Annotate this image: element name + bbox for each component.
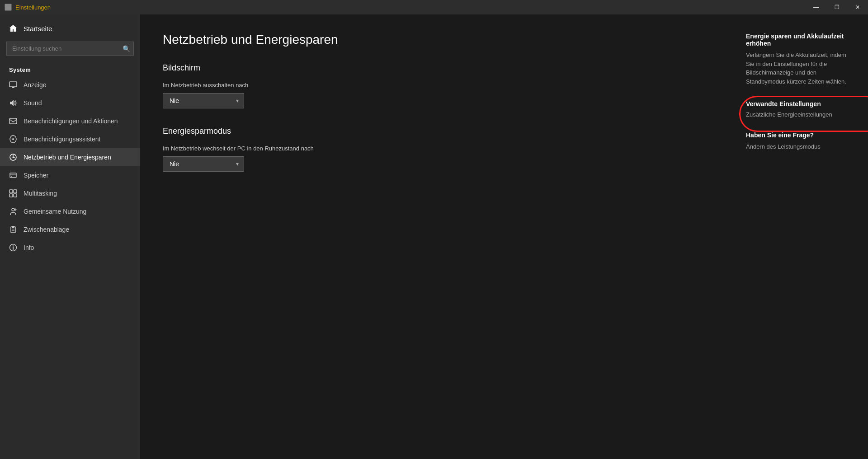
speicher-label: Speicher	[24, 172, 48, 179]
benachrichtigungen-label: Benachrichtigungen und Aktionen	[24, 117, 118, 125]
bildschirm-dropdown-wrapper: Nie 1 Minute 2 Minuten 5 Minuten 10 Minu…	[163, 93, 244, 108]
verwandte-section: Verwandte Einstellungen Zusätzliche Ener…	[746, 100, 854, 118]
energiesparmodus-dropdown-wrapper: Nie 1 Minute 2 Minuten 5 Minuten 10 Minu…	[163, 156, 244, 172]
energiesparmodus-title: Energiesparmodus	[163, 126, 710, 136]
svg-rect-0	[5, 4, 8, 7]
bildschirm-dropdown[interactable]: Nie 1 Minute 2 Minuten 5 Minuten 10 Minu…	[163, 93, 244, 108]
svg-rect-5	[12, 87, 14, 88]
netzbetrieb-icon	[9, 153, 17, 161]
info-icon	[9, 244, 17, 252]
svg-point-8	[12, 138, 14, 140]
sidebar-item-multitasking[interactable]: Multitasking	[0, 184, 140, 202]
sidebar-item-info[interactable]: Info	[0, 239, 140, 257]
sound-label: Sound	[24, 99, 42, 107]
benachrichtigungen-icon	[9, 117, 17, 125]
restore-button[interactable]: ❐	[826, 0, 847, 14]
energiesparmodus-dropdown[interactable]: Nie 1 Minute 2 Minuten 5 Minuten 10 Minu…	[163, 156, 244, 172]
energiesparmodus-section: Energiesparmodus Im Netzbetrieb wechselt…	[163, 126, 710, 172]
page-title: Netzbetrieb und Energiesparen	[163, 33, 710, 47]
energie-section: Energie sparen und Akkulaufzeit erhöhen …	[746, 33, 854, 86]
netzbetrieb-label: Netzbetrieb und Energiesparen	[24, 154, 111, 161]
svg-point-13	[11, 176, 12, 177]
svg-rect-3	[8, 7, 11, 10]
svg-point-26	[13, 245, 14, 246]
sidebar-item-benachrichtigungen[interactable]: Benachrichtigungen und Aktionen	[0, 112, 140, 130]
energie-title: Energie sparen und Akkulaufzeit erhöhen	[746, 33, 854, 47]
bildschirm-label: Im Netzbetrieb ausschalten nach	[163, 82, 710, 89]
benachrichtigungsassistent-label: Benachrichtigungsassistent	[24, 136, 100, 143]
frage-title: Haben Sie eine Frage?	[746, 131, 854, 139]
benachrichtigungsassistent-icon	[9, 135, 17, 143]
svg-rect-17	[14, 194, 17, 197]
zwischenablage-label: Zwischenablage	[24, 226, 69, 233]
titlebar-controls: — ❐ ✕	[806, 0, 868, 14]
gemeinsame-icon	[9, 207, 17, 215]
energie-body: Verlängern Sie die Akkulaufzeit, indem S…	[746, 51, 854, 86]
bildschirm-section: Bildschirm Im Netzbetrieb ausschalten na…	[163, 63, 710, 108]
energiesparmodus-label: Im Netzbetrieb wechselt der PC in den Ru…	[163, 145, 710, 152]
svg-rect-7	[9, 118, 17, 124]
bildschirm-title: Bildschirm	[163, 63, 710, 73]
sidebar-item-speicher[interactable]: Speicher	[0, 166, 140, 184]
svg-rect-4	[9, 82, 17, 87]
right-panel: Energie sparen und Akkulaufzeit erhöhen …	[732, 14, 868, 459]
anzeige-icon	[9, 81, 17, 89]
multitasking-icon	[9, 189, 17, 197]
svg-rect-14	[9, 190, 13, 193]
gemeinsame-label: Gemeinsame Nutzung	[24, 208, 86, 215]
zwischenablage-icon	[9, 225, 17, 234]
info-label: Info	[24, 244, 34, 251]
search-icon[interactable]: 🔍	[123, 45, 130, 52]
anzeige-label: Anzeige	[24, 81, 47, 89]
sidebar-item-startseite[interactable]: Startseite	[0, 19, 140, 38]
minimize-button[interactable]: —	[806, 0, 826, 14]
sidebar: Startseite 🔍 System Anzeige	[0, 14, 140, 459]
sidebar-item-netzbetrieb[interactable]: Netzbetrieb und Energiesparen	[0, 148, 140, 166]
close-button[interactable]: ✕	[847, 0, 868, 14]
sidebar-item-benachrichtigungsassistent[interactable]: Benachrichtigungsassistent	[0, 130, 140, 148]
svg-rect-21	[12, 226, 14, 228]
titlebar: Einstellungen — ❐ ✕	[0, 0, 868, 14]
titlebar-left: Einstellungen	[0, 4, 51, 11]
svg-point-10	[13, 157, 14, 158]
home-icon	[9, 24, 17, 33]
svg-point-18	[12, 208, 14, 211]
verwandte-title: Verwandte Einstellungen	[746, 100, 854, 108]
frage-section: Haben Sie eine Frage? Ändern des Leistun…	[746, 131, 854, 150]
svg-rect-15	[14, 190, 17, 193]
svg-rect-2	[5, 7, 8, 10]
search-box: 🔍	[6, 42, 134, 56]
sidebar-item-anzeige[interactable]: Anzeige	[0, 76, 140, 94]
svg-rect-11	[10, 173, 16, 178]
content-area: Netzbetrieb und Energiesparen Bildschirm…	[140, 14, 732, 459]
svg-rect-1	[8, 4, 11, 7]
multitasking-label: Multitasking	[24, 190, 57, 197]
svg-marker-6	[10, 100, 14, 106]
startseite-label: Startseite	[24, 25, 52, 33]
search-input[interactable]	[6, 42, 134, 56]
sound-icon	[9, 99, 17, 107]
titlebar-title: Einstellungen	[15, 4, 51, 11]
leistungsmodus-link[interactable]: Ändern des Leistungsmodus	[746, 143, 854, 150]
speicher-icon	[9, 171, 17, 179]
sidebar-item-zwischenablage[interactable]: Zwischenablage	[0, 220, 140, 239]
zusaetzliche-link[interactable]: Zusätzliche Energieeinstellungen	[746, 111, 854, 118]
main-container: Startseite 🔍 System Anzeige	[0, 14, 868, 459]
sidebar-item-gemeinsame[interactable]: Gemeinsame Nutzung	[0, 202, 140, 220]
svg-rect-16	[9, 194, 13, 197]
app-icon	[5, 4, 12, 11]
sidebar-category: System	[0, 63, 140, 76]
sidebar-item-sound[interactable]: Sound	[0, 94, 140, 112]
